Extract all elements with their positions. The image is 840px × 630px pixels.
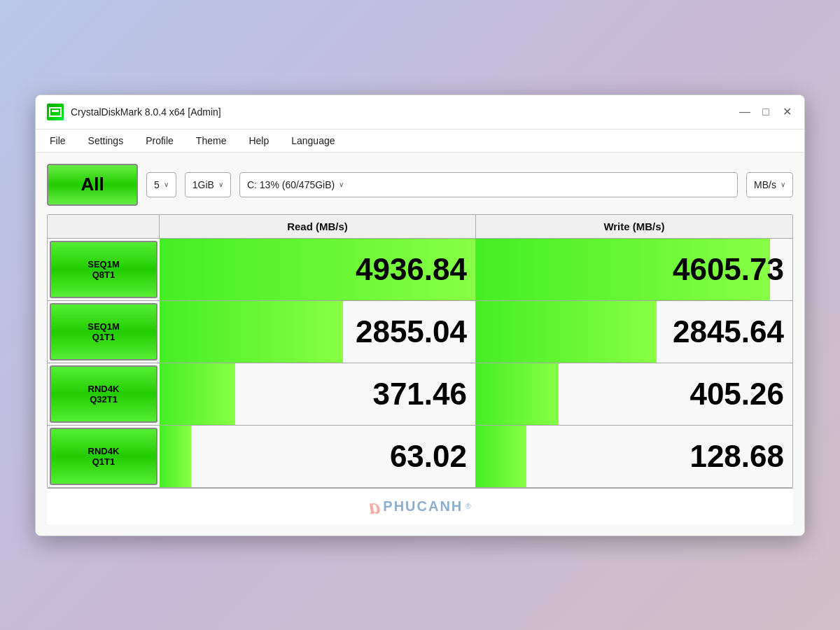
window-title: CrystalDiskMark 8.0.4 x64 [Admin] [71,106,221,118]
window-controls: — □ ✕ [738,106,793,118]
results-table: Read (MB/s) Write (MB/s) SEQ1MQ8T14936.8… [47,214,793,488]
logo-text: PHUCANH [383,498,463,514]
row-label-line1-0: SEQ1M [88,259,120,270]
col-header-label [48,215,160,239]
col-header-write: Write (MB/s) [476,215,792,239]
footer-bar: a PHUCANH ® [47,488,793,524]
size-value: 1GiB [192,179,214,190]
write-cell-3: 128.68 [476,426,792,487]
write-value-2: 405.26 [690,377,784,412]
write-value-3: 128.68 [690,439,784,474]
table-header: Read (MB/s) Write (MB/s) [48,215,792,239]
menu-item-help[interactable]: Help [246,134,272,148]
table-rows: SEQ1MQ8T14936.844605.73SEQ1MQ1T12855.042… [48,239,792,487]
read-value-3: 63.02 [390,439,467,474]
unit-select[interactable]: MB/s ∨ [746,172,793,197]
logo-icon: a [369,493,380,519]
app-icon [47,104,64,120]
col-header-read: Read (MB/s) [160,215,476,239]
table-row: SEQ1MQ8T14936.844605.73 [48,239,792,300]
row-label-2: RND4KQ32T1 [50,365,158,423]
maximize-button[interactable]: □ [760,106,772,118]
minimize-button[interactable]: — [738,106,751,118]
menu-item-settings[interactable]: Settings [85,134,127,148]
table-row: RND4KQ1T163.02128.68 [48,425,792,487]
read-value-2: 371.46 [372,377,467,412]
count-select[interactable]: 5 ∨ [146,172,176,197]
write-value-1: 2845.64 [673,314,784,349]
read-cell-1: 2855.04 [160,301,476,363]
table-row: RND4KQ32T1371.46405.26 [48,363,792,425]
read-cell-0: 4936.84 [160,239,476,300]
close-button[interactable]: ✕ [780,106,793,118]
menu-bar: FileSettingsProfileThemeHelpLanguage [36,130,804,153]
write-cell-0: 4605.73 [476,239,792,300]
menu-item-file[interactable]: File [47,134,69,148]
logo-area: a PHUCANH ® [369,493,470,519]
count-chevron: ∨ [164,181,169,188]
drive-value: C: 13% (60/475GiB) [247,179,335,190]
app-icon-inner [49,107,62,117]
row-label-line2-3: Q1T1 [92,456,115,467]
write-cell-1: 2845.64 [476,301,792,363]
app-window: CrystalDiskMark 8.0.4 x64 [Admin] — □ ✕ … [35,94,805,536]
row-label-line2-2: Q32T1 [90,394,118,405]
read-value-1: 2855.04 [356,314,467,349]
title-bar: CrystalDiskMark 8.0.4 x64 [Admin] — □ ✕ [36,95,804,130]
write-value-0: 4605.73 [673,252,784,287]
logo-reg: ® [465,503,470,510]
size-chevron: ∨ [218,181,223,188]
all-button[interactable]: All [47,164,138,206]
row-label-line2-0: Q8T1 [92,270,115,280]
menu-item-profile[interactable]: Profile [143,134,176,148]
count-value: 5 [154,179,160,190]
read-cell-3: 63.02 [160,426,476,487]
drive-select[interactable]: C: 13% (60/475GiB) ∨ [239,172,738,197]
read-value-0: 4936.84 [356,252,467,287]
table-row: SEQ1MQ1T12855.042845.64 [48,300,792,363]
row-label-line1-1: SEQ1M [88,321,120,332]
row-label-line1-3: RND4K [88,446,120,456]
size-select[interactable]: 1GiB ∨ [185,172,231,197]
main-content: All 5 ∨ 1GiB ∨ C: 13% (60/475GiB) ∨ MB/s… [36,153,804,536]
menu-item-language[interactable]: Language [288,134,337,148]
menu-item-theme[interactable]: Theme [193,134,230,148]
row-label-line1-2: RND4K [88,384,120,394]
toolbar: All 5 ∨ 1GiB ∨ C: 13% (60/475GiB) ∨ MB/s… [47,164,793,206]
read-cell-2: 371.46 [160,363,476,425]
unit-value: MB/s [754,179,776,190]
row-label-line2-1: Q1T1 [92,332,115,342]
drive-chevron: ∨ [339,181,344,188]
row-label-3: RND4KQ1T1 [50,428,158,485]
row-label-0: SEQ1MQ8T1 [50,241,158,298]
title-bar-left: CrystalDiskMark 8.0.4 x64 [Admin] [47,104,221,120]
row-label-1: SEQ1MQ1T1 [50,303,158,360]
unit-chevron: ∨ [780,181,785,188]
write-cell-2: 405.26 [476,363,792,425]
